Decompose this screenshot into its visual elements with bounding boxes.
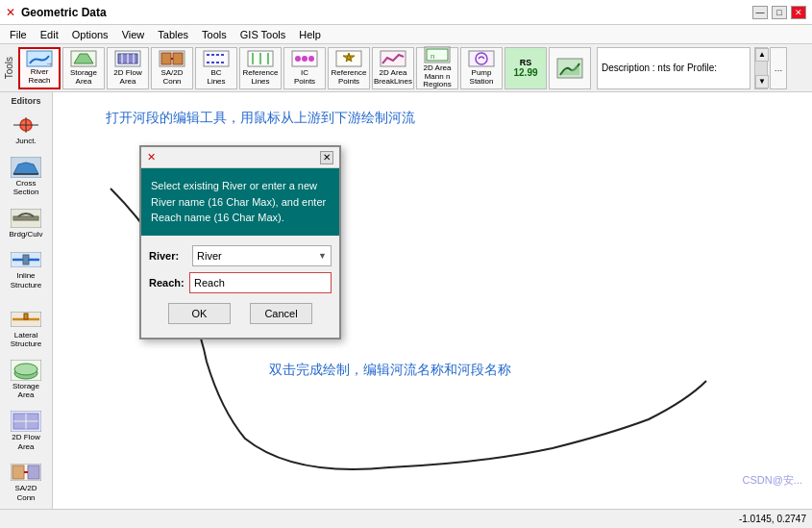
cancel-button[interactable]: Cancel [250, 303, 312, 324]
menu-edit[interactable]: Edit [35, 28, 64, 41]
menu-tools[interactable]: Tools [196, 28, 233, 41]
svg-point-21 [302, 56, 308, 62]
toolbar-label: Tools [4, 57, 14, 79]
window-controls[interactable]: — □ ✕ [752, 6, 806, 19]
sidebar-item-sa-2d-conn[interactable]: SA/2DConn [2, 458, 50, 505]
sidebar-item-lateral-structure[interactable]: LateralStructure [2, 305, 50, 352]
dialog-title-bar: ✕ ✕ [141, 147, 339, 168]
bc-lines-icon [203, 50, 230, 68]
menu-gis-tools[interactable]: GIS Tools [234, 28, 292, 41]
svg-point-20 [295, 56, 301, 62]
cross-section-label: CrossSection [13, 179, 39, 197]
rs-value: 12.99 [513, 67, 537, 78]
pump-station-label: PumpStation [470, 69, 494, 87]
bc-lines-button[interactable]: BCLines [195, 47, 237, 89]
app-icon: ✕ [6, 6, 15, 19]
storage-area-icon [70, 50, 97, 68]
storage-area-sidebar-icon [9, 359, 43, 382]
storage-area-button[interactable]: StorageArea [62, 47, 105, 89]
sidebar-item-junct[interactable]: Junct. [2, 111, 50, 149]
brdg-culv-icon [9, 207, 43, 230]
sidebar-item-storage-area[interactable]: StorageArea [2, 356, 50, 403]
sidebar-item-brdg-culv[interactable]: Brdg/Culv [2, 204, 50, 242]
map-icon [556, 58, 583, 79]
main-area: Editors Junct. CrossSection [0, 92, 812, 509]
storage-area-sidebar-label: StorageArea [12, 382, 39, 400]
menu-file[interactable]: File [4, 28, 33, 41]
junct-icon [9, 113, 43, 137]
coordinates: -1.0145, 0.2747 [739, 514, 806, 524]
canvas-area: 打开河段的编辑工具，用鼠标从上游到下游绘制河流 双击完成绘制，编辑河流名称和河段… [53, 92, 812, 509]
river-dropdown[interactable]: River ▼ [192, 245, 332, 266]
dropdown-arrow-icon: ▼ [318, 251, 327, 261]
menu-options[interactable]: Options [66, 28, 114, 41]
2d-flow-area-button[interactable]: 2D FlowArea [107, 47, 149, 89]
svg-point-48 [14, 364, 37, 375]
2d-area-breaklines-icon [380, 50, 406, 68]
scroll-down-arrow[interactable]: ▼ [755, 75, 769, 88]
svg-text:→: → [45, 60, 53, 67]
lateral-structure-icon [9, 308, 43, 331]
more-button[interactable]: … [770, 47, 787, 89]
editors-label: Editors [11, 96, 40, 106]
dialog-body: River: River ▼ Reach: OK [141, 236, 339, 338]
sidebar-item-2d-flow-area[interactable]: 2D FlowArea [2, 407, 50, 454]
menu-tables[interactable]: Tables [152, 28, 194, 41]
dialog-title-icon: ✕ [147, 151, 156, 163]
pump-station-button[interactable]: PumpStation [460, 47, 503, 89]
sa-2d-conn-icon [159, 50, 185, 68]
river-reach-button[interactable]: → RiverReach [18, 47, 61, 89]
reference-points-button[interactable]: ReferencePoints [328, 47, 370, 89]
cancel-label: Cancel [264, 308, 297, 319]
svg-rect-10 [173, 53, 183, 64]
svg-rect-9 [161, 53, 171, 64]
svg-rect-54 [12, 465, 24, 479]
2d-area-breaklines-button[interactable]: 2D AreaBreakLines [372, 47, 414, 89]
ok-button[interactable]: OK [168, 303, 231, 324]
menu-view[interactable]: View [116, 28, 151, 41]
reach-label: Reach: [149, 277, 189, 289]
svg-rect-12 [204, 51, 229, 66]
sidebar: Editors Junct. CrossSection [0, 92, 53, 509]
menu-help[interactable]: Help [293, 28, 327, 41]
ic-points-icon [291, 50, 318, 68]
river-value: River [197, 250, 222, 262]
minimize-button[interactable]: — [752, 6, 768, 19]
reach-input[interactable] [189, 272, 332, 293]
profile-description: Description : nts for Profile: [597, 47, 750, 89]
svg-rect-38 [13, 216, 38, 220]
menu-bar: File Edit Options View Tables Tools GIS … [0, 25, 812, 44]
svg-point-22 [308, 56, 314, 62]
inline-structure-label: InlineStructure [11, 271, 41, 289]
sa-2d-conn-button[interactable]: SA/2DConn [151, 47, 193, 89]
river-reach-icon: → [26, 50, 53, 67]
more-icon: … [775, 63, 783, 73]
svg-text:n: n [431, 52, 434, 61]
profile-scroll[interactable]: ▲ ▼ [754, 47, 768, 89]
reference-lines-icon [247, 50, 274, 68]
2d-area-mann-button[interactable]: n 2D AreaMann nRegions [416, 47, 458, 89]
map-button[interactable] [549, 47, 591, 89]
river-label: River: [149, 250, 192, 262]
scroll-up-arrow[interactable]: ▲ [755, 48, 769, 62]
dialog: ✕ ✕ Select existing River or enter a new… [139, 145, 341, 339]
dialog-close-button[interactable]: ✕ [320, 151, 333, 164]
reference-lines-button[interactable]: ReferenceLines [239, 47, 282, 89]
svg-rect-55 [28, 465, 39, 479]
window-title: Geometric Data [21, 6, 107, 19]
sidebar-item-inline-structure[interactable]: InlineStructure [2, 245, 50, 292]
svg-rect-45 [24, 314, 28, 319]
2d-area-mann-icon: n [424, 46, 451, 63]
river-field: River: River ▼ [149, 245, 332, 266]
close-button[interactable]: ✕ [791, 6, 806, 19]
reference-points-icon [335, 50, 362, 68]
sa-2d-conn-label: SA/2DConn [160, 69, 183, 87]
sidebar-item-cross-section[interactable]: CrossSection [2, 153, 50, 200]
inline-structure-icon [9, 248, 43, 271]
scroll-track [755, 62, 767, 75]
ic-points-button[interactable]: ICPoints [283, 47, 326, 89]
ic-points-label: ICPoints [294, 69, 315, 87]
maximize-button[interactable]: □ [772, 6, 787, 19]
reference-points-label: ReferencePoints [332, 69, 367, 87]
2d-flow-area-sidebar-icon [9, 410, 43, 433]
